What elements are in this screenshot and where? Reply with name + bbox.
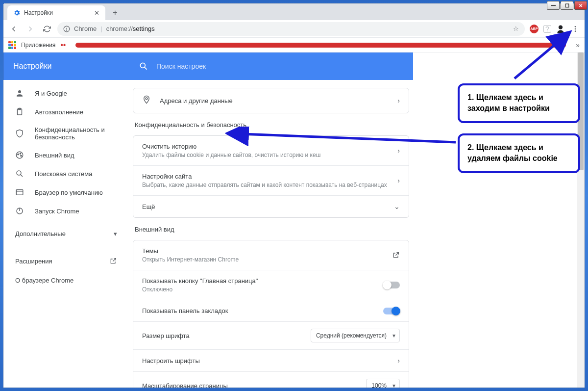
search-icon	[15, 169, 24, 178]
bookmarks-overflow-icon[interactable]: »	[576, 41, 580, 49]
advanced-label: Дополнительные	[15, 230, 66, 237]
more-privacy-row[interactable]: Ещё ⌄	[133, 196, 409, 217]
row-subtitle: Открыть Интернет-магазин Chrome	[142, 256, 383, 263]
svg-point-2	[66, 29, 67, 30]
gear-icon	[13, 9, 20, 16]
row-subtitle: Выбрать, какие данные отправлять сайтам …	[142, 182, 389, 188]
row-label: Масштабирование страницы	[142, 382, 357, 388]
privacy-section-header: Конфиденциальность и безопасность	[135, 121, 407, 129]
home-button-row: Показывать кнопку "Главная страница"Откл…	[133, 270, 409, 300]
tab-close-button[interactable]: ✕	[94, 9, 99, 17]
nav-on-startup[interactable]: Запуск Chrome	[3, 202, 129, 220]
search-icon	[139, 61, 148, 71]
apps-icon[interactable]	[8, 41, 16, 49]
nav-default-browser[interactable]: Браузер по умолчанию	[3, 183, 129, 202]
omnibox[interactable]: Chrome | chrome://settings ☆	[57, 22, 525, 36]
row-subtitle: Отключено	[142, 286, 374, 293]
svg-point-10	[16, 152, 23, 158]
window-maximize-button[interactable]: ☐	[561, 1, 573, 10]
appearance-section-header: Внешний вид	[135, 226, 407, 233]
url-separator: |	[100, 25, 102, 32]
reload-button[interactable]	[41, 23, 53, 35]
row-label: Ещё	[142, 203, 385, 210]
menu-button[interactable]	[570, 24, 581, 34]
tab-strip: Настройки ✕ +	[3, 3, 585, 20]
nav-appearance[interactable]: Внешний вид	[3, 146, 129, 164]
browser-tab[interactable]: Настройки ✕	[7, 5, 105, 20]
svg-point-12	[20, 153, 21, 154]
tab-title: Настройки	[24, 9, 53, 16]
new-tab-button[interactable]: +	[108, 6, 122, 20]
row-label: Настроить шрифты	[142, 357, 389, 365]
nav-privacy[interactable]: Конфиденциальность и безопасность	[3, 121, 129, 146]
customize-fonts-row[interactable]: Настроить шрифты ›	[133, 350, 409, 372]
back-button[interactable]	[7, 23, 20, 35]
svg-point-7	[18, 90, 21, 93]
nav-me-and-google[interactable]: Я и Google	[3, 84, 129, 103]
external-link-icon	[392, 251, 400, 259]
clear-browsing-data-row[interactable]: Очистить историюУдалить файлы cookie и д…	[133, 136, 409, 166]
link-label: О браузере Chrome	[15, 277, 74, 284]
page-zoom-select[interactable]: 100%	[366, 379, 400, 388]
nav-label: Браузер по умолчанию	[35, 189, 103, 196]
browser-icon	[15, 188, 24, 197]
svg-point-6	[575, 30, 576, 32]
window-minimize-button[interactable]: —	[547, 1, 560, 10]
annotation-1: 1. Щелкаем здесь и заходим в настройки	[458, 83, 580, 123]
bookmarks-bar: Приложения •• »	[3, 38, 585, 52]
nav-autofill[interactable]: Автозаполнение	[3, 103, 129, 121]
font-size-select[interactable]: Средний (рекомендуется)	[311, 329, 400, 342]
annotation-2: 2. Щелкаем здесь и удаляем файлы cookie	[458, 133, 580, 173]
window-close-button[interactable]: ✕	[574, 1, 587, 10]
addresses-row[interactable]: Адреса и другие данные ›	[133, 88, 409, 113]
browser-toolbar: Chrome | chrome://settings ☆ ABP ?	[3, 20, 585, 38]
row-label: Размер шрифта	[142, 332, 302, 339]
chevron-right-icon: ›	[397, 147, 400, 155]
page-zoom-row: Масштабирование страницы 100%	[133, 372, 409, 388]
row-label: Адреса и другие данные	[160, 97, 389, 104]
svg-line-15	[21, 175, 23, 177]
browser-window: Настройки ✕ + Chrome | chrome://settings…	[3, 3, 585, 388]
site-settings-row[interactable]: Настройки сайтаВыбрать, какие данные отп…	[133, 166, 409, 196]
chevron-down-icon: ▾	[114, 230, 117, 237]
bookmarks-bar-toggle[interactable]	[383, 308, 400, 314]
row-title: Настройки сайта	[142, 173, 389, 180]
clipboard-icon	[15, 107, 24, 116]
nav-label: Поисковая система	[35, 170, 93, 178]
nav-search-engine[interactable]: Поисковая система	[3, 164, 129, 183]
apps-label[interactable]: Приложения	[21, 42, 55, 49]
nav-label: Конфиденциальность и безопасность	[35, 126, 117, 141]
svg-point-22	[146, 98, 147, 100]
chevron-right-icon: ›	[397, 357, 400, 365]
settings-search-input[interactable]	[156, 52, 403, 80]
redacted-bookmarks	[75, 43, 566, 48]
url-path: settings	[133, 25, 155, 32]
url-prefix: Chrome	[74, 25, 97, 32]
themes-row[interactable]: ТемыОткрыть Интернет-магазин Chrome	[133, 240, 409, 270]
svg-point-5	[575, 28, 576, 29]
svg-point-4	[575, 26, 576, 27]
settings-brand: Настройки	[3, 52, 129, 80]
extensions-link[interactable]: Расширения	[3, 251, 129, 271]
nav-label: Внешний вид	[35, 152, 74, 159]
svg-point-14	[17, 171, 21, 175]
row-title: Темы	[142, 247, 383, 255]
star-icon[interactable]: ☆	[513, 25, 519, 32]
forward-button[interactable]	[24, 23, 37, 35]
bookmarks-bar-row: Показывать панель закладок	[133, 300, 409, 322]
svg-rect-16	[16, 190, 23, 195]
profile-icon[interactable]	[555, 24, 566, 34]
abp-extension-icon[interactable]: ABP	[529, 24, 539, 34]
svg-point-13	[21, 155, 22, 156]
svg-line-21	[145, 67, 147, 70]
svg-point-11	[18, 154, 19, 155]
about-chrome-link[interactable]: О браузере Chrome	[3, 271, 129, 290]
site-info-icon	[63, 26, 70, 32]
chevron-down-icon: ⌄	[394, 203, 400, 210]
advanced-toggle[interactable]: Дополнительные▾	[3, 224, 129, 243]
nav-label: Автозаполнение	[35, 108, 83, 116]
help-icon[interactable]: ?	[543, 25, 551, 33]
row-title: Показывать кнопку "Главная страница"	[142, 277, 374, 285]
nav-label: Запуск Chrome	[35, 208, 79, 215]
home-button-toggle[interactable]	[383, 282, 400, 288]
